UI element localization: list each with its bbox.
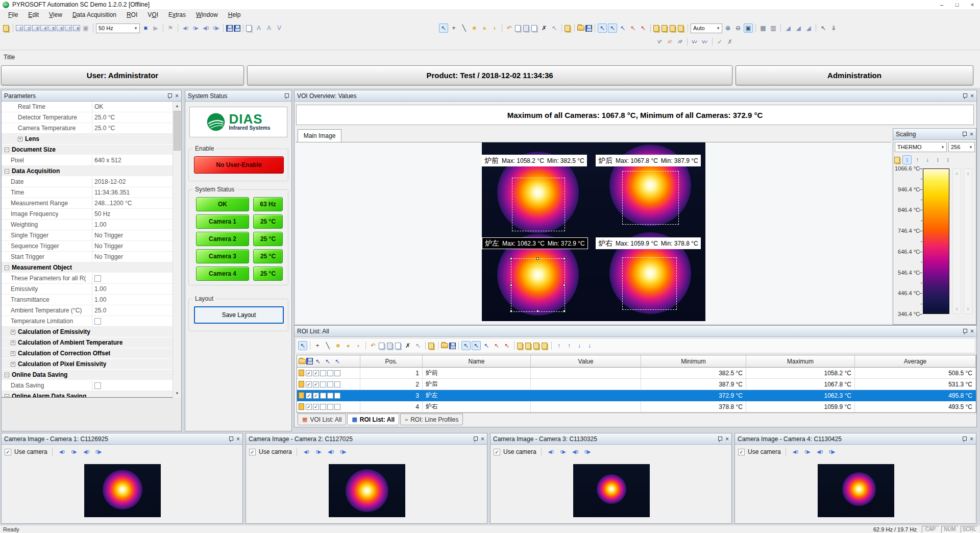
text-size-icon[interactable]: Aª bbox=[675, 37, 684, 46]
roi-checkbox-5[interactable] bbox=[334, 381, 340, 387]
roi-label-1[interactable]: 炉前Max: 1058.2 °CMin: 382.5 °C bbox=[482, 155, 587, 166]
roi-table-column-value[interactable]: Value bbox=[531, 355, 641, 368]
roi-mode-add-icon[interactable]: ↖ bbox=[482, 341, 491, 350]
parameter-value[interactable]: No Trigger bbox=[92, 252, 123, 262]
move-top-icon[interactable]: ↑ bbox=[554, 341, 564, 350]
roi-save-icon[interactable] bbox=[449, 343, 456, 349]
use-camera-checkbox[interactable]: ✓ bbox=[5, 449, 11, 455]
chevron-down-icon[interactable]: ▾ bbox=[132, 26, 139, 31]
cam-last-image-icon[interactable]: 0▶ bbox=[314, 447, 323, 456]
collapse-icon[interactable]: − bbox=[5, 373, 9, 377]
menu-item-roi[interactable]: ROI bbox=[121, 10, 142, 20]
parameter-row-10[interactable]: Image Frequency50 Hz bbox=[2, 209, 173, 220]
menu-item-view[interactable]: View bbox=[44, 10, 67, 20]
pin-icon[interactable] bbox=[962, 93, 967, 99]
layout-window-6-icon[interactable]: 6 bbox=[57, 25, 64, 31]
roi-checkbox-3[interactable] bbox=[320, 381, 326, 387]
menu-item-window[interactable]: Window bbox=[191, 10, 223, 20]
layout-window-3-icon[interactable]: 3 bbox=[32, 25, 39, 31]
roi-checkbox-3[interactable] bbox=[320, 370, 326, 376]
parameter-value[interactable]: No Trigger bbox=[92, 230, 123, 240]
roi-checkbox-2[interactable]: ✓ bbox=[313, 381, 319, 387]
expand-icon[interactable]: + bbox=[18, 137, 22, 141]
checkbox[interactable] bbox=[94, 275, 101, 282]
bring-forward-icon[interactable] bbox=[662, 25, 667, 32]
reject-icon[interactable]: ✗ bbox=[725, 37, 734, 46]
list-add-icon[interactable]: ↖ bbox=[333, 357, 342, 366]
roi-rectangle-2[interactable] bbox=[622, 171, 679, 225]
roi-rectangle-1[interactable] bbox=[512, 178, 565, 231]
roi-handle[interactable] bbox=[563, 257, 566, 260]
pin-icon[interactable] bbox=[228, 436, 233, 442]
menu-item-data-acquisition[interactable]: Data Acquisition bbox=[67, 10, 121, 20]
parameter-row-1[interactable]: Detector Temperature25.0 °C bbox=[2, 112, 173, 123]
parameter-value[interactable] bbox=[92, 273, 101, 283]
camera-thumbnail-4[interactable] bbox=[818, 464, 894, 517]
parameter-value[interactable]: 11:34:36.351 bbox=[92, 187, 130, 198]
new-layout-icon[interactable] bbox=[3, 25, 9, 32]
chevron-down-icon[interactable]: ▾ bbox=[939, 144, 946, 150]
validate-values-icon[interactable]: V✓ bbox=[690, 37, 699, 46]
pin-icon[interactable] bbox=[962, 328, 967, 334]
roi-mode-select-icon[interactable]: ↖ bbox=[461, 341, 471, 350]
parameter-section-6[interactable]: −Data Acquisition bbox=[2, 166, 173, 177]
roi-handle[interactable] bbox=[536, 310, 539, 312]
chevron-up-icon[interactable]: ∧ bbox=[953, 171, 961, 176]
menu-item-voi[interactable]: VOI bbox=[142, 10, 163, 20]
use-camera-checkbox[interactable]: ✓ bbox=[249, 449, 256, 455]
accept-icon[interactable]: ✓ bbox=[715, 37, 724, 46]
roi-checkbox-5[interactable] bbox=[334, 393, 340, 399]
send-back-icon[interactable] bbox=[678, 25, 683, 32]
value-degree-icon[interactable]: V° bbox=[655, 37, 664, 46]
scale-max-icon[interactable]: ↑ bbox=[913, 155, 922, 164]
move-down-icon[interactable]: ↓ bbox=[575, 341, 584, 350]
delete-icon[interactable]: ✗ bbox=[540, 23, 549, 33]
parameter-section-3[interactable]: +Lens bbox=[2, 134, 173, 144]
stop-icon[interactable]: ■ bbox=[141, 23, 150, 33]
cam-prev-image-icon[interactable]: ◀|0 bbox=[82, 447, 91, 456]
parameter-row-12[interactable]: Single TriggerNo Trigger bbox=[2, 230, 173, 241]
administration-button[interactable]: Administration bbox=[736, 65, 973, 85]
expand-icon[interactable]: + bbox=[11, 341, 15, 345]
close-icon[interactable]: × bbox=[970, 131, 973, 137]
roi-line-icon[interactable]: ╲ bbox=[323, 341, 332, 350]
send-backward-icon[interactable] bbox=[670, 25, 675, 32]
enable-button[interactable]: No User-Enable bbox=[194, 156, 284, 174]
roi-handle[interactable] bbox=[563, 284, 566, 286]
report-icon[interactable] bbox=[246, 25, 252, 32]
cam-prev-image-icon[interactable]: ◀|0 bbox=[326, 447, 335, 456]
roi-label-2[interactable]: 炉后Max: 1067.8 °CMin: 387.9 °C bbox=[596, 155, 701, 166]
cam-next-image-icon[interactable]: 0|▶ bbox=[827, 447, 837, 456]
layout-window-5-icon[interactable]: 5 bbox=[48, 25, 56, 31]
pin-icon[interactable] bbox=[962, 131, 967, 137]
scale-spin-track-1[interactable]: ∧∨ bbox=[952, 168, 961, 314]
collapse-icon[interactable]: − bbox=[5, 148, 9, 152]
status-button-camera-2[interactable]: Camera 2 bbox=[196, 232, 249, 246]
parameter-value[interactable]: 248...1200 °C bbox=[92, 198, 132, 208]
parameter-row-13[interactable]: Sequence TriggerNo Trigger bbox=[2, 241, 173, 252]
parameter-value[interactable]: 1.00 bbox=[92, 295, 106, 305]
parameter-row-7[interactable]: Date2018-12-02 bbox=[2, 177, 173, 187]
minimize-button[interactable]: – bbox=[934, 0, 949, 9]
zoom-in-icon[interactable]: ⊕ bbox=[723, 23, 732, 33]
roi-checkbox-4[interactable] bbox=[327, 370, 333, 376]
palette-properties-icon[interactable] bbox=[894, 157, 900, 163]
roi-point-icon[interactable]: + bbox=[313, 341, 322, 350]
save-layout-button[interactable]: Save Layout bbox=[194, 306, 284, 324]
menu-item-help[interactable]: Help bbox=[223, 10, 246, 20]
select-pointer-icon[interactable]: ↖ bbox=[439, 23, 448, 33]
cam-first-image-icon[interactable]: ◀0 bbox=[302, 447, 311, 456]
roi-delete-icon[interactable]: ✗ bbox=[403, 341, 412, 350]
roi-polygon-icon[interactable]: ◗ bbox=[354, 341, 363, 350]
close-icon[interactable]: × bbox=[970, 436, 973, 442]
roi-label-3[interactable]: 炉左Max: 1062.3 °CMin: 372.9 °C bbox=[482, 237, 588, 249]
frequency-combo[interactable]: 50 Hz▾ bbox=[96, 23, 140, 33]
value-label-icon[interactable]: V bbox=[275, 23, 284, 33]
camera-thumbnail-3[interactable] bbox=[573, 464, 650, 517]
close-icon[interactable]: × bbox=[970, 328, 974, 334]
scale-auto-icon[interactable]: ↕ bbox=[902, 155, 912, 164]
roi-checkbox-2[interactable]: ✓ bbox=[313, 370, 319, 376]
roi-handle[interactable] bbox=[510, 284, 512, 286]
roi-checkbox-5[interactable] bbox=[334, 404, 340, 410]
roi-forward-icon[interactable] bbox=[525, 343, 531, 349]
